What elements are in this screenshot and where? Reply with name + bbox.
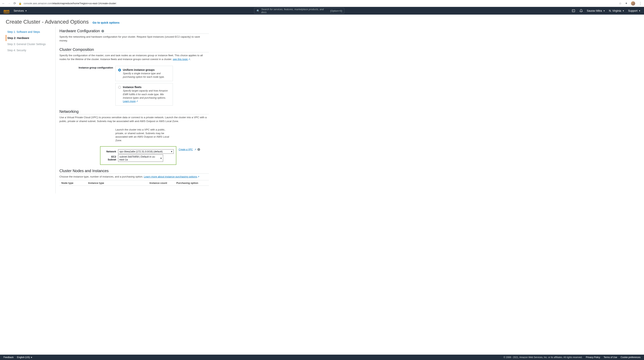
nodes-desc: Choose the instance type, number of inst… [60,175,209,179]
wizard-steps-sidebar: Step 1: Software and Steps Step 2: Hardw… [6,27,56,194]
address-bar[interactable]: 🔒 console.aws.amazon.com/elasticmapreduc… [18,2,616,5]
network-label: Network [103,150,116,153]
th-purchasing-option: Purchasing option [174,181,209,186]
hardware-desc: Specify the networking and hardware conf… [60,35,209,43]
step-security[interactable]: Step 4: Security [6,47,56,53]
account-name: Saurav Mitra [587,9,602,12]
external-link-icon: ↗ [188,58,190,61]
quick-options-link[interactable]: Go to quick options [92,21,120,24]
networking-title-text: Networking [60,109,78,114]
reload-icon[interactable]: ⟳ [14,2,16,5]
subnet-label: EC2 Subnet [103,155,116,161]
fleets-desc: Specify target capacity and how Amazon E… [123,89,170,103]
region-menu[interactable]: N. Virginia ▼ [609,9,624,12]
hardware-title-text: Hardware Configuration [60,29,100,33]
info-icon[interactable]: i [198,148,200,151]
services-label: Services [14,9,24,12]
menu-icon[interactable]: ⋮ [639,1,642,6]
networking-heading: Networking [60,109,209,114]
aws-logo[interactable]: aws [4,9,10,13]
chevron-down-icon: ▾ [160,157,162,160]
fleets-desc-text: Specify target capacity and how Amazon E… [123,89,168,99]
url-path: /elasticmapreduce/home?region=us-east-1#… [52,2,117,5]
th-instance-type: Instance type [86,181,148,186]
fleets-title: Instance fleets [123,86,170,89]
th-node-type: Node type [60,181,86,186]
external-link-icon: ↗ [198,175,199,178]
radio-unselected-icon [118,86,121,89]
create-vpc-link[interactable]: Create a VPC [179,148,193,151]
nodes-desc-text: Choose the instance type, number of inst… [60,175,144,178]
see-topic-link[interactable]: see this topic [173,58,188,61]
instance-fleets-radio[interactable]: Instance fleets Specify target capacity … [116,83,173,106]
composition-heading: Cluster Composition [60,47,209,52]
step-software[interactable]: Step 1: Software and Steps [6,29,56,35]
purchasing-options-link[interactable]: Learn more about instance purchasing opt… [144,175,197,178]
account-menu[interactable]: Saurav Mitra ▼ [587,9,605,12]
subnet-select[interactable]: subnet-3dd7b958 | Default in us-east-1a … [118,154,163,162]
uniform-desc: Specify a single instance type and purch… [123,72,170,79]
notifications-icon[interactable] [579,9,583,13]
composition-title-text: Cluster Composition [60,47,94,52]
nodes-heading: Cluster Nodes and Instances [60,169,209,174]
browser-toolbar: ← → ⟳ 🔒 console.aws.amazon.com/elasticma… [0,0,644,7]
caret-down-icon: ▼ [622,10,624,12]
search-input[interactable]: 🔍 Search for services, features, marketp… [254,8,344,14]
extensions-icon[interactable]: ✦ [625,2,628,5]
learn-more-link[interactable]: Learn more [123,100,136,103]
support-menu[interactable]: Support ▼ [628,9,640,12]
page-header: Create Cluster - Advanced Options Go to … [0,15,644,27]
step-hardware[interactable]: Step 2: Hardware [6,35,56,41]
page-title: Create Cluster - Advanced Options [6,19,89,25]
chevron-down-icon: ▾ [171,150,172,153]
uniform-title: Uniform instance groups [123,68,170,71]
back-icon[interactable]: ← [2,2,5,5]
bookmark-icon[interactable]: ☆ [619,2,622,5]
caret-down-icon: ▼ [639,10,640,12]
forward-icon[interactable]: → [8,2,11,5]
instance-group-config-label: Instance group configuration [60,66,113,107]
region-name: N. Virginia [609,9,621,12]
support-label: Support [628,9,638,12]
networking-narrow-desc: Launch the cluster into a VPC with a pub… [116,128,173,143]
aws-top-nav: aws Services ▼ 🔍 Search for services, fe… [0,7,644,15]
networking-highlight-box: Network vpc-0bea2a6e (172.31.0.0/16) (de… [100,146,176,165]
network-value: vpc-0bea2a6e (172.31.0.0/16) (default) [120,150,163,153]
profile-avatar[interactable] [631,1,635,6]
caret-down-icon: ▼ [25,10,27,12]
caret-down-icon: ▼ [603,10,605,12]
nodes-table-header: Node type Instance type Instance count P… [60,180,209,186]
hardware-heading: Hardware Configuration i [60,29,209,34]
radio-selected-icon [118,69,121,71]
search-icon: 🔍 [256,10,259,12]
main-content: Hardware Configuration i Specify the net… [56,27,213,194]
external-link-icon: ↗ [136,100,138,103]
services-menu[interactable]: Services ▼ [14,9,27,12]
external-link-icon: ↗ [194,148,196,151]
composition-desc: Specify the configuration of the master,… [60,54,209,61]
th-instance-count: Instance count [148,181,174,186]
network-select[interactable]: vpc-0bea2a6e (172.31.0.0/16) (default) ▾ [118,149,174,154]
networking-desc: Use a Virtual Private Cloud (VPC) to pro… [60,115,209,123]
cloudshell-icon[interactable] [572,9,576,13]
subnet-value: subnet-3dd7b958 | Default in us-east-1a [120,155,159,161]
lock-icon: 🔒 [18,2,22,5]
nodes-title-text: Cluster Nodes and Instances [60,169,109,173]
uniform-instance-groups-radio[interactable]: Uniform instance groups Specify a single… [116,66,173,81]
info-icon[interactable]: i [102,30,104,33]
url-host: console.aws.amazon.com [24,2,52,5]
step-general-settings[interactable]: Step 3: General Cluster Settings [6,41,56,47]
search-shortcut: [Option+S] [330,10,342,12]
search-placeholder: Search for services, features, marketpla… [261,8,328,14]
